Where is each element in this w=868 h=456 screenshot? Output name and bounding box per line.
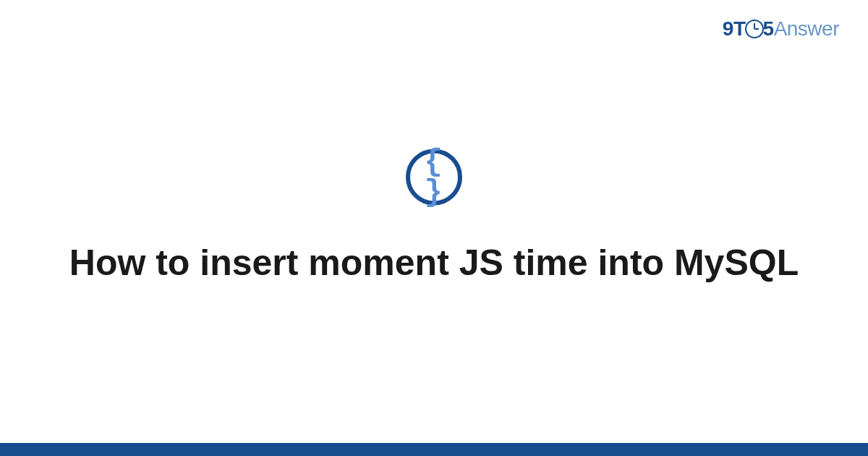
logo-text-5: 5 (763, 17, 774, 40)
logo-text-9t: 9T (723, 17, 746, 40)
site-logo: 9T5Answer (723, 17, 839, 41)
footer-accent-bar (0, 443, 868, 456)
category-badge: { } (406, 149, 462, 206)
logo-text-answer: Answer (774, 17, 839, 40)
code-braces-icon: { } (410, 147, 458, 208)
main-content: { } How to insert moment JS time into My… (0, 149, 868, 285)
clock-icon (745, 20, 764, 38)
article-title: How to insert moment JS time into MySQL (0, 240, 868, 286)
